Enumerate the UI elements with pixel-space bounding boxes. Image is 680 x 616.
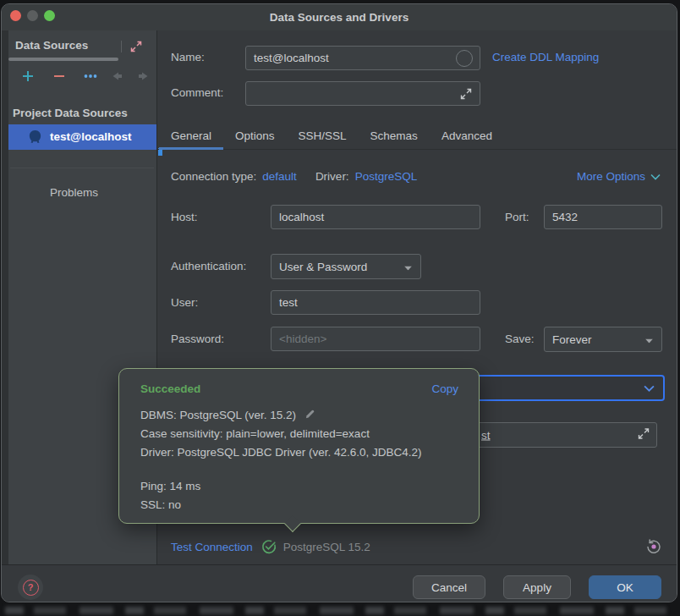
user-field[interactable]: test bbox=[271, 290, 480, 315]
dbms-line: DBMS: PostgreSQL (ver. 15.2) bbox=[140, 409, 296, 421]
user-label: User: bbox=[171, 294, 198, 311]
sidebar-header: Data Sources bbox=[15, 37, 88, 54]
driver-line: Driver: PostgreSQL JDBC Driver (ver. 42.… bbox=[140, 443, 458, 461]
add-button[interactable] bbox=[20, 69, 36, 84]
zoom-icon[interactable] bbox=[44, 10, 55, 21]
tab-options[interactable]: Options bbox=[223, 124, 287, 149]
sidebar-item-label: test@localhost bbox=[50, 124, 131, 150]
sidebar-section-label: Project Data Sources bbox=[13, 105, 128, 122]
save-value: Forever bbox=[552, 333, 592, 346]
sidebar-item-test-localhost[interactable]: test@localhost bbox=[8, 124, 156, 150]
chevron-down-icon bbox=[650, 173, 661, 180]
connection-type-value-link[interactable]: default bbox=[262, 168, 297, 185]
password-placeholder: <hidden> bbox=[279, 333, 326, 345]
tab-bar: General Options SSH/SSL Schemas Advanced bbox=[157, 124, 677, 150]
background-blurred-text bbox=[5, 607, 675, 614]
titlebar: Data Sources and Drivers bbox=[2, 4, 677, 30]
dropdown-arrow-icon bbox=[404, 261, 412, 273]
dropdown-arrow-icon bbox=[645, 333, 653, 346]
back-button[interactable] bbox=[109, 69, 124, 84]
status-badge: Succeeded bbox=[140, 382, 200, 395]
connection-type-label: Connection type: bbox=[171, 168, 256, 185]
more-options-link[interactable]: More Options bbox=[577, 168, 661, 185]
save-select[interactable]: Forever bbox=[544, 327, 662, 352]
horizontal-scrollbar-thumb[interactable] bbox=[8, 58, 118, 61]
authentication-label: Authentication: bbox=[171, 258, 246, 275]
host-value: localhost bbox=[279, 211, 324, 223]
comment-label: Comment: bbox=[171, 85, 223, 102]
remove-icon bbox=[52, 69, 66, 83]
user-value: test bbox=[279, 296, 298, 309]
expand-icon[interactable] bbox=[459, 87, 473, 101]
test-connection-row: Test Connection PostgreSQL 15.2 bbox=[171, 537, 662, 556]
authentication-select[interactable]: User & Password bbox=[271, 254, 421, 279]
driver-label: Driver: bbox=[315, 168, 349, 185]
close-icon[interactable] bbox=[10, 10, 21, 21]
chevron-down-icon[interactable] bbox=[644, 382, 655, 394]
history-icon[interactable] bbox=[645, 538, 662, 555]
remove-button[interactable] bbox=[52, 69, 67, 84]
save-label: Save: bbox=[505, 331, 535, 348]
comment-field[interactable] bbox=[245, 81, 480, 106]
check-circle-icon bbox=[261, 539, 277, 554]
header-divider bbox=[121, 41, 122, 52]
name-field[interactable]: test@localhost bbox=[245, 46, 480, 70]
add-icon bbox=[21, 69, 35, 83]
pencil-icon[interactable] bbox=[304, 407, 315, 425]
ssl-line: SSL: no bbox=[140, 496, 458, 514]
sidebar-divider bbox=[10, 168, 154, 168]
forward-icon bbox=[137, 69, 151, 83]
forward-button[interactable] bbox=[136, 69, 151, 84]
expand-icon[interactable] bbox=[637, 427, 650, 443]
tab-schemas[interactable]: Schemas bbox=[359, 124, 430, 149]
more-icon bbox=[83, 69, 98, 83]
host-label: Host: bbox=[171, 209, 198, 226]
window-title: Data Sources and Drivers bbox=[2, 4, 677, 30]
port-value: 5432 bbox=[552, 211, 578, 223]
more-actions-button[interactable] bbox=[83, 69, 98, 84]
tab-advanced[interactable]: Advanced bbox=[430, 124, 504, 149]
password-field[interactable]: <hidden> bbox=[271, 327, 480, 351]
postgres-icon bbox=[27, 129, 43, 147]
button-bar: ? Cancel Apply OK bbox=[2, 564, 677, 602]
copy-link[interactable]: Copy bbox=[431, 382, 458, 395]
back-icon bbox=[110, 69, 123, 83]
host-field[interactable]: localhost bbox=[271, 205, 480, 229]
spinner-circle-icon bbox=[456, 50, 473, 67]
name-label: Name: bbox=[171, 49, 205, 66]
server-version: PostgreSQL 15.2 bbox=[283, 541, 370, 553]
test-connection-result-popup: Succeeded Copy DBMS: PostgreSQL (ver. 15… bbox=[118, 368, 480, 524]
sidebar-item-problems[interactable]: Problems bbox=[50, 184, 98, 201]
ping-line: Ping: 14 ms bbox=[140, 477, 458, 495]
tab-ssh-ssl[interactable]: SSH/SSL bbox=[287, 124, 359, 149]
password-label: Password: bbox=[171, 331, 224, 348]
cancel-button[interactable]: Cancel bbox=[413, 575, 485, 599]
port-label: Port: bbox=[505, 209, 529, 226]
help-icon: ? bbox=[23, 580, 39, 596]
minimize-icon[interactable] bbox=[27, 10, 38, 21]
port-field[interactable]: 5432 bbox=[544, 205, 662, 229]
expand-panel-icon[interactable] bbox=[129, 40, 143, 56]
name-value: test@localhost bbox=[254, 52, 329, 64]
driver-value-link[interactable]: PostgreSQL bbox=[355, 168, 418, 185]
authentication-value: User & Password bbox=[279, 261, 367, 273]
create-ddl-mapping-link[interactable]: Create DDL Mapping bbox=[492, 49, 599, 66]
connection-type-row: Connection type: default Driver: Postgre… bbox=[171, 168, 661, 185]
apply-button[interactable]: Apply bbox=[503, 575, 571, 599]
dialog-window: Data Sources and Drivers Data Sources bbox=[1, 3, 677, 602]
test-connection-link[interactable]: Test Connection bbox=[171, 541, 253, 553]
desktop-strip bbox=[0, 602, 680, 616]
case-sensitivity-line: Case sensitivity: plain=lower, delimited… bbox=[140, 425, 458, 443]
url-visible-text: st bbox=[481, 429, 491, 442]
desktop-background: Data Sources and Drivers Data Sources bbox=[0, 0, 680, 616]
help-button[interactable]: ? bbox=[18, 575, 43, 600]
left-gutter bbox=[2, 30, 8, 564]
tab-general[interactable]: General bbox=[159, 124, 223, 149]
ok-button[interactable]: OK bbox=[589, 575, 661, 599]
